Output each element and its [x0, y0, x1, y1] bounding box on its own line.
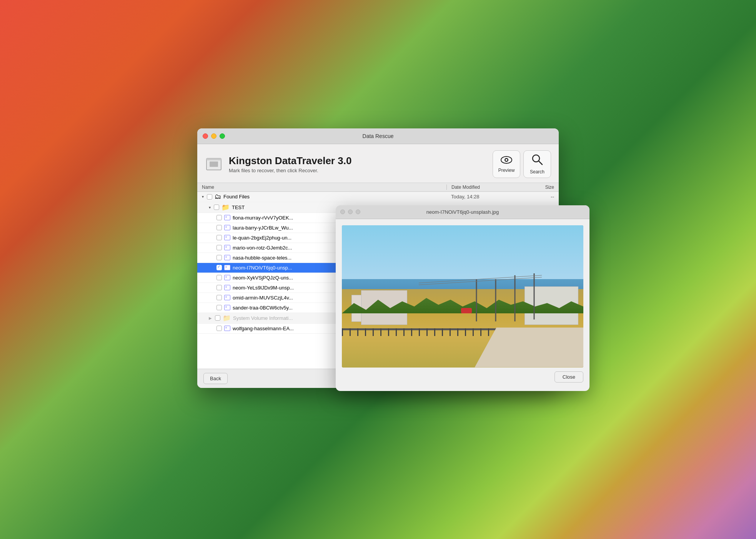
- file-name: neom-XykVSjPQJzQ-uns...: [233, 275, 293, 281]
- column-date: Date Modified: [446, 185, 523, 190]
- file-name: neom-I7NOiVT6jq0-unsp...: [233, 265, 292, 271]
- preview-bottom: Close: [342, 368, 583, 385]
- folder-icon: 🗂: [215, 193, 221, 201]
- file-name: Found Files: [223, 194, 250, 200]
- file-name: omid-armin-MUVSCzjL4v...: [233, 295, 293, 301]
- column-size: Size: [523, 185, 554, 190]
- folder-icon: 📁: [223, 314, 231, 322]
- checkbox[interactable]: [216, 225, 222, 230]
- column-name: Name: [202, 185, 446, 190]
- file-name: nasa-hubble-space-teles...: [233, 255, 291, 261]
- file-name: TEST: [232, 205, 245, 210]
- file-icon: [224, 265, 230, 270]
- file-icon: [224, 326, 230, 331]
- preview-content: Close: [336, 219, 589, 391]
- close-button[interactable]: [203, 133, 208, 139]
- preview-title: neom-I7NOiVT6jq0-unsplash.jpg: [426, 209, 499, 215]
- toolbar-buttons: Preview Search: [493, 150, 551, 178]
- preview-button[interactable]: Preview: [493, 150, 520, 178]
- expand-arrow: ▾: [202, 195, 204, 199]
- file-name: sander-traa-0BCW6ctv5y...: [233, 305, 293, 311]
- title-bar: Data Rescue: [197, 128, 559, 144]
- svg-rect-2: [210, 161, 218, 167]
- table-row[interactable]: ▾ 🗂 Found Files Today, 14:28 --: [197, 192, 559, 202]
- expand-arrow: ▾: [209, 205, 211, 210]
- preview-title-bar: neom-I7NOiVT6jq0-unsplash.jpg: [336, 205, 589, 219]
- file-name: le-quan-2bgxEj2phug-un...: [233, 235, 291, 241]
- maximize-button[interactable]: [220, 133, 225, 139]
- checkbox[interactable]: [216, 245, 222, 250]
- file-icon: [224, 245, 230, 250]
- file-icon: [224, 235, 230, 240]
- file-icon: [224, 285, 230, 290]
- checkbox[interactable]: [216, 265, 222, 270]
- file-icon: [224, 215, 230, 220]
- toolbar-left: Kingston DataTraveler 3.0 Mark files to …: [205, 155, 351, 173]
- file-icon: [224, 275, 230, 280]
- file-size: --: [523, 194, 554, 200]
- checkbox[interactable]: [207, 194, 212, 200]
- preview-minimize[interactable]: [348, 210, 353, 214]
- close-button[interactable]: Close: [555, 371, 583, 383]
- checkbox[interactable]: [215, 315, 220, 321]
- checkbox[interactable]: [216, 295, 222, 300]
- drive-subtitle: Mark files to recover, then click Recove…: [229, 168, 351, 173]
- preview-image-container: [342, 225, 583, 368]
- search-btn-label: Search: [530, 169, 545, 175]
- checkbox[interactable]: [216, 255, 222, 260]
- svg-point-5: [506, 159, 508, 161]
- preview-close[interactable]: [340, 210, 345, 214]
- file-icon: [224, 305, 230, 310]
- file-name: wolfgang-hasselmann-EA...: [233, 326, 294, 331]
- file-list-header: Name Date Modified Size: [197, 183, 559, 192]
- drive-icon: [205, 155, 223, 173]
- folder-icon: 📁: [221, 203, 230, 211]
- checkbox[interactable]: [216, 326, 222, 331]
- svg-line-7: [539, 161, 542, 165]
- back-button[interactable]: Back: [203, 373, 228, 384]
- preview-btn-label: Preview: [498, 168, 515, 173]
- file-date: Today, 14:28: [446, 194, 523, 200]
- preview-maximize[interactable]: [356, 210, 360, 214]
- minimize-button[interactable]: [211, 133, 216, 139]
- svg-rect-1: [206, 158, 221, 160]
- checkbox[interactable]: [214, 205, 219, 210]
- file-icon: [224, 255, 230, 260]
- file-name: neom-YeLs9lJDx9M-unsp...: [233, 285, 294, 291]
- toolbar-info: Kingston DataTraveler 3.0 Mark files to …: [229, 155, 351, 173]
- preview-window: neom-I7NOiVT6jq0-unsplash.jpg: [336, 205, 589, 391]
- checkbox[interactable]: [216, 275, 222, 280]
- drive-name: Kingston DataTraveler 3.0: [229, 155, 351, 167]
- expand-arrow: ▶: [209, 316, 212, 320]
- toolbar: Kingston DataTraveler 3.0 Mark files to …: [197, 144, 559, 183]
- file-icon: [224, 225, 230, 230]
- search-icon: [531, 153, 543, 168]
- checkbox[interactable]: [216, 235, 222, 240]
- file-icon: [224, 295, 230, 300]
- file-name: laura-barry-yJCrBLw_Wu...: [233, 225, 293, 231]
- traffic-lights: [203, 133, 225, 139]
- eye-icon: [500, 155, 513, 166]
- file-name: System Volume Informati...: [233, 315, 293, 321]
- preview-traffic-lights: [340, 210, 360, 214]
- file-name: fiona-murray-rVvV7yOEK...: [233, 215, 293, 221]
- checkbox[interactable]: [216, 215, 222, 220]
- checkbox[interactable]: [216, 305, 222, 310]
- search-button[interactable]: Search: [523, 150, 551, 178]
- preview-image: [342, 225, 583, 368]
- file-name: mario-von-rotz-GJemb2c...: [233, 245, 292, 251]
- checkbox[interactable]: [216, 285, 222, 290]
- window-title: Data Rescue: [363, 133, 394, 139]
